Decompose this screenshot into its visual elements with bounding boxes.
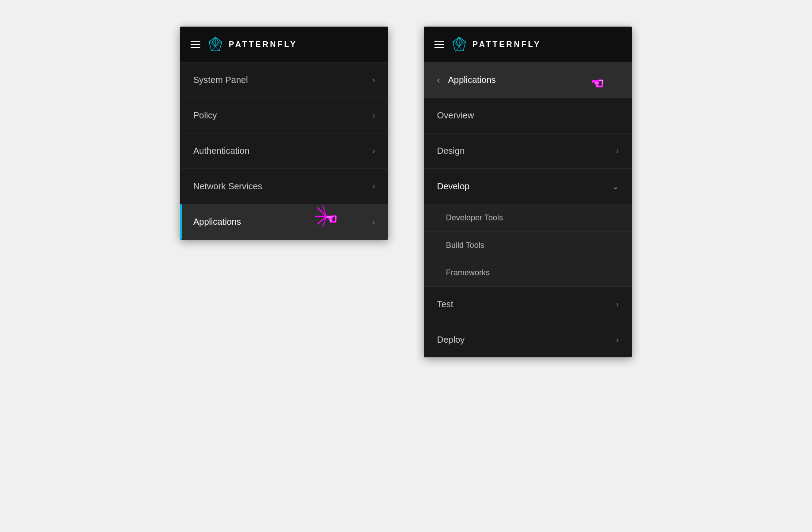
policy-chevron: › bbox=[372, 111, 375, 120]
diamond-logo-icon-2 bbox=[451, 36, 467, 52]
nav-list-1: System Panel › Policy › Authentication › bbox=[180, 63, 388, 240]
svg-line-21 bbox=[459, 47, 463, 51]
nav-item-test[interactable]: Test › bbox=[424, 287, 632, 322]
nav-header-1: PATTERNFLY bbox=[180, 27, 388, 63]
nav-sub-item-developer-tools[interactable]: Developer Tools bbox=[424, 204, 632, 231]
nav-header-2: PATTERNFLY bbox=[424, 27, 632, 63]
deploy-label: Deploy bbox=[437, 335, 465, 345]
test-chevron: › bbox=[616, 300, 619, 309]
svg-line-6 bbox=[211, 47, 215, 51]
design-label: Design bbox=[437, 146, 465, 156]
develop-sub-items: Developer Tools Build Tools Frameworks bbox=[424, 204, 632, 286]
nav-item-develop[interactable]: Develop ⌄ Developer Tools Build Tools bbox=[424, 169, 632, 287]
design-chevron: › bbox=[616, 146, 619, 156]
main-nav-panel: PATTERNFLY System Panel › Policy › bbox=[180, 27, 388, 240]
nav-item-design[interactable]: Design › bbox=[424, 133, 632, 169]
policy-label: Policy bbox=[193, 110, 217, 121]
nav-item-authentication[interactable]: Authentication › bbox=[180, 133, 388, 169]
develop-label: Develop bbox=[437, 181, 469, 192]
nav-item-network-services[interactable]: Network Services › bbox=[180, 169, 388, 204]
nav-list-2: ‹ Applications ☜ Overview bbox=[424, 63, 632, 357]
nav-body-1: System Panel › Policy › Authentication › bbox=[180, 63, 388, 240]
svg-line-20 bbox=[455, 47, 459, 51]
svg-line-7 bbox=[215, 47, 219, 51]
nav-body-2: ‹ Applications ☜ Overview bbox=[424, 63, 632, 357]
overview-label: Overview bbox=[437, 110, 474, 121]
app-title: PATTERNFLY bbox=[229, 40, 297, 49]
app-title-2: PATTERNFLY bbox=[472, 40, 541, 49]
sub-nav-panel: PATTERNFLY ‹ Applications ☜ bbox=[424, 27, 632, 357]
frameworks-label: Frameworks bbox=[446, 268, 490, 278]
patternfly-logo-2: PATTERNFLY bbox=[451, 36, 541, 52]
back-label: Applications bbox=[448, 75, 496, 85]
hamburger-icon[interactable] bbox=[191, 41, 200, 48]
nav-back-item[interactable]: ‹ Applications ☜ bbox=[424, 63, 632, 98]
system-panel-label: System Panel bbox=[193, 75, 248, 85]
nav-item-overview[interactable]: Overview bbox=[424, 98, 632, 133]
patternfly-logo: PATTERNFLY bbox=[207, 36, 297, 52]
system-panel-chevron: › bbox=[372, 75, 375, 85]
network-services-chevron: › bbox=[372, 182, 375, 191]
nav-item-system-panel[interactable]: System Panel › bbox=[180, 63, 388, 98]
build-tools-label: Build Tools bbox=[446, 241, 484, 250]
nav-item-deploy[interactable]: Deploy › bbox=[424, 322, 632, 357]
authentication-chevron: › bbox=[372, 146, 375, 156]
network-services-label: Network Services bbox=[193, 181, 262, 192]
applications-chevron: › bbox=[372, 217, 375, 227]
applications-label: Applications bbox=[193, 217, 241, 227]
nav-sub-item-frameworks[interactable]: Frameworks bbox=[424, 259, 632, 286]
back-chevron-icon: ‹ bbox=[437, 75, 440, 85]
hamburger-icon-2[interactable] bbox=[434, 41, 444, 48]
nav-item-policy[interactable]: Policy › bbox=[180, 98, 388, 133]
diamond-logo-icon bbox=[207, 36, 223, 52]
develop-chevron-down: ⌄ bbox=[612, 182, 619, 192]
developer-tools-label: Developer Tools bbox=[446, 213, 503, 223]
authentication-label: Authentication bbox=[193, 146, 250, 156]
nav-item-applications[interactable]: Applications › ☜ bbox=[180, 204, 388, 240]
test-label: Test bbox=[437, 299, 453, 309]
deploy-chevron: › bbox=[616, 335, 619, 344]
nav-sub-item-build-tools[interactable]: Build Tools bbox=[424, 231, 632, 259]
